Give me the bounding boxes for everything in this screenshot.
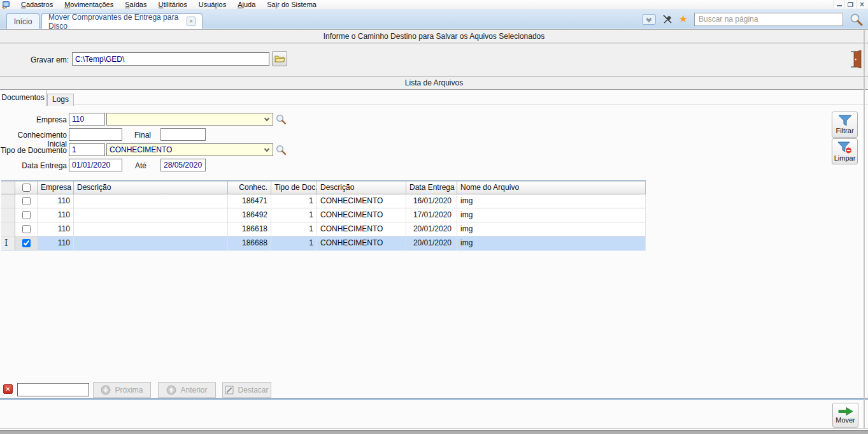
findbar-search-input[interactable] [17, 383, 89, 396]
tab-logs[interactable]: Logs [47, 94, 74, 106]
tab-documentos[interactable]: Documentos [0, 90, 46, 106]
row-checkbox[interactable] [22, 225, 31, 233]
funnel-icon [838, 115, 852, 127]
row-checkbox[interactable] [22, 211, 31, 219]
menu-item-utilitarios[interactable]: Utilitários [152, 1, 192, 8]
row-checkbox[interactable] [22, 197, 31, 205]
funnel-minus-icon [837, 141, 853, 154]
app-icon [2, 1, 10, 9]
window-controls: × [833, 0, 867, 8]
col-empresa[interactable]: Empresa [38, 181, 74, 194]
col-tipo-de-doc[interactable]: Tipo de Doc. [271, 181, 317, 194]
select-all-checkbox[interactable] [22, 184, 31, 192]
cell-conhec: 186618 [228, 222, 271, 236]
limpar-button[interactable]: Limpar [832, 138, 858, 164]
tab-mover-label: Mover Comprovantes de Entrega para Disco [48, 13, 181, 31]
empresa-code-input[interactable] [69, 113, 105, 126]
col-descricao[interactable]: Descrição [74, 181, 228, 194]
files-grid: Empresa Descrição Conhec. Tipo de Doc. D… [1, 180, 646, 250]
grid-corner-cell [1, 181, 15, 194]
row-indicator-cell [1, 222, 15, 236]
cell-descricao [74, 236, 228, 250]
select-all-header-cell[interactable] [15, 181, 38, 194]
document-tab-bar: Início Mover Comprovantes de Entrega par… [0, 9, 868, 29]
row-indicator-cell [1, 194, 15, 208]
data-entrega-label: Data Entrega [0, 161, 67, 170]
window-restore-button[interactable] [844, 0, 856, 8]
filtrar-button[interactable]: Filtrar [832, 112, 858, 138]
path-header-text: Informe o Caminho Destino para Salvar os… [324, 32, 545, 41]
pin-disabled-icon[interactable] [662, 14, 672, 24]
col-data-entrega[interactable]: Data Entrega [406, 181, 457, 194]
close-icon: × [189, 18, 193, 25]
cell-tipo: 1 [271, 194, 317, 208]
row-checkbox[interactable] [22, 239, 31, 247]
application-window: Cadastros Movimentações Saídas Utilitári… [0, 0, 868, 434]
col-nome-do-arquivo[interactable]: Nome do Arquivo [457, 181, 646, 194]
data-final-input[interactable] [160, 159, 206, 171]
row-checkbox-cell[interactable] [15, 208, 38, 222]
restore-icon [848, 2, 853, 7]
tab-close-button[interactable]: × [187, 17, 196, 26]
tab-mover-comprovantes[interactable]: Mover Comprovantes de Entrega para Disco… [41, 13, 203, 29]
col-conhec[interactable]: Conhec. [228, 181, 271, 194]
cell-conhec: 186492 [228, 208, 271, 222]
tabbar-tools: ★ [642, 12, 863, 26]
menu-item-sair-do-sistema[interactable]: Sair do Sistema [261, 1, 322, 8]
conhecimento-final-input[interactable] [160, 128, 206, 141]
table-row[interactable]: 110 186618 1 CONHECIMENTO 20/01/2020 img [1, 222, 646, 236]
tab-inicio[interactable]: Início [6, 13, 39, 29]
page-search-input[interactable] [694, 13, 843, 26]
close-icon: × [860, 1, 864, 8]
tab-list-dropdown-button[interactable] [642, 14, 656, 25]
data-inicial-input[interactable] [69, 159, 122, 171]
door-icon [849, 50, 863, 69]
mover-button[interactable]: Mover [832, 403, 858, 428]
menu-item-movimentacoes[interactable]: Movimentações [59, 1, 119, 8]
cell-tipo: 1 [271, 208, 317, 222]
gravar-path-input[interactable] [72, 52, 269, 66]
cell-tipo: 1 [271, 236, 317, 250]
arrow-up-circle-icon [166, 385, 176, 395]
browse-folder-button[interactable] [272, 51, 287, 66]
tab-logs-label: Logs [52, 95, 69, 104]
cell-data-entrega: 16/01/2020 [406, 194, 457, 208]
chevron-down-icon [264, 147, 269, 152]
tab-inicio-label: Início [14, 17, 32, 26]
limpar-label: Limpar [834, 154, 856, 162]
list-section-header: Lista de Arquivos [0, 76, 868, 90]
final-label: Final [127, 131, 158, 140]
empresa-combo[interactable] [106, 113, 273, 126]
menu-item-saidas[interactable]: Saídas [119, 1, 152, 8]
menu-item-usuarios[interactable]: Usuários [193, 1, 232, 8]
proxima-button[interactable]: Próxima [93, 382, 151, 398]
minimize-icon [837, 5, 842, 6]
anterior-button[interactable]: Anterior [158, 382, 216, 398]
row-checkbox-cell[interactable] [15, 194, 38, 208]
window-close-button[interactable]: × [856, 0, 867, 8]
window-minimize-button[interactable] [833, 0, 844, 8]
empresa-search-icon[interactable] [276, 114, 287, 125]
favorites-star-icon[interactable]: ★ [679, 14, 688, 24]
row-checkbox-cell[interactable] [15, 222, 38, 236]
arrow-right-icon [838, 407, 853, 416]
tipo-combo[interactable]: CONHECIMENTO [106, 143, 273, 156]
destacar-button[interactable]: Destacar [222, 382, 271, 398]
findbar-close-button[interactable]: ✕ [3, 384, 13, 394]
search-icon[interactable] [850, 13, 863, 26]
tipo-code-input[interactable] [69, 143, 105, 156]
anterior-label: Anterior [180, 386, 207, 394]
tipo-search-icon[interactable] [276, 145, 287, 156]
exit-door-button[interactable] [847, 48, 865, 70]
table-row-selected[interactable]: I 110 186688 1 CONHECIMENTO 20/01/2020 i… [1, 236, 646, 250]
table-row[interactable]: 110 186471 1 CONHECIMENTO 16/01/2020 img [1, 194, 646, 208]
row-checkbox-cell[interactable] [15, 236, 38, 250]
conhecimento-inicial-input[interactable] [69, 128, 122, 141]
arrow-down-circle-icon [101, 385, 111, 395]
menu-item-ajuda[interactable]: Ajuda [232, 1, 261, 8]
close-icon: ✕ [5, 386, 10, 393]
col-descricao-2[interactable]: Descrição [317, 181, 406, 194]
table-row[interactable]: 110 186492 1 CONHECIMENTO 17/01/2020 img [1, 208, 646, 222]
menu-item-cadastros[interactable]: Cadastros [15, 1, 59, 8]
cell-tipo: 1 [271, 222, 317, 236]
